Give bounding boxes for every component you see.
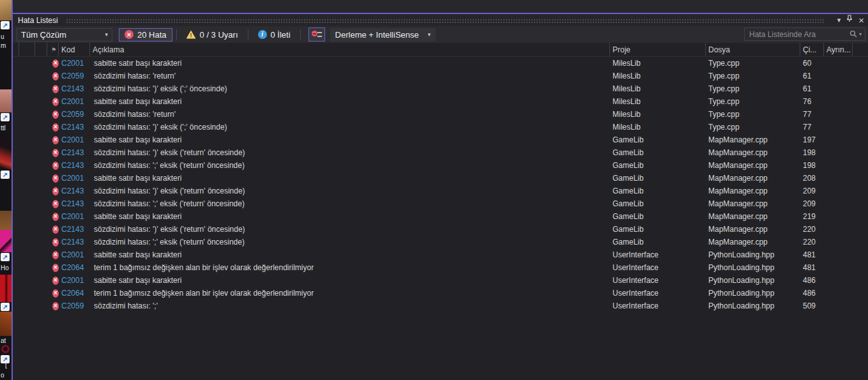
error-project: MilesLib bbox=[610, 72, 706, 80]
error-description: sözdizimi hatası: 'return' bbox=[90, 110, 610, 119]
error-icon: × bbox=[52, 302, 59, 310]
error-icon: × bbox=[52, 59, 59, 68]
table-row[interactable]: × C2143 sözdizimi hatası: ')' eksik ('re… bbox=[13, 185, 868, 197]
pin-icon[interactable] bbox=[846, 14, 853, 26]
table-row[interactable]: × C2001 sabitte satır başı karakteri Gam… bbox=[13, 133, 868, 146]
table-row[interactable]: × C2064 terim 1 bağımsız değişken alan b… bbox=[13, 261, 868, 274]
error-code-link[interactable]: C2059 bbox=[59, 110, 90, 119]
table-row[interactable]: × C2064 terim 1 bağımsız değişken alan b… bbox=[13, 287, 868, 300]
desktop-label-fragment: o bbox=[1, 372, 4, 379]
table-row[interactable]: × C2143 sözdizimi hatası: ')' eksik (';'… bbox=[13, 82, 868, 95]
table-row[interactable]: × C2001 sabitte satır başı karakteri Gam… bbox=[13, 210, 868, 223]
desktop-wallpaper-fragment bbox=[1, 345, 10, 353]
info-icon: i bbox=[258, 30, 267, 39]
error-code-link[interactable]: C2143 bbox=[59, 199, 90, 208]
error-code-link[interactable]: C2001 bbox=[59, 59, 90, 68]
table-row[interactable]: × C2143 sözdizimi hatası: ')' eksik ('re… bbox=[13, 223, 868, 236]
error-line: 60 bbox=[800, 59, 824, 68]
error-description: sözdizimi hatası: ')' eksik (';' öncesin… bbox=[90, 123, 610, 132]
error-description: sözdizimi hatası: ')' eksik (';' öncesin… bbox=[90, 84, 610, 93]
error-code-link[interactable]: C2001 bbox=[59, 97, 90, 106]
error-code-link[interactable]: C2001 bbox=[59, 250, 90, 259]
table-row[interactable]: × C2001 sabitte satır başı karakteri Gam… bbox=[13, 172, 868, 185]
error-code-link[interactable]: C2143 bbox=[59, 148, 90, 157]
error-project: GameLib bbox=[610, 225, 706, 234]
error-code-link[interactable]: C2143 bbox=[59, 238, 90, 247]
error-code-link[interactable]: C2001 bbox=[59, 135, 90, 144]
window-position-chevron-icon[interactable]: ▾ bbox=[837, 14, 841, 26]
table-row[interactable]: × C2059 sözdizimi hatası: 'return' Miles… bbox=[13, 108, 868, 121]
message-filter-icon-button[interactable] bbox=[308, 27, 325, 42]
errors-count-label: 20 Hata bbox=[137, 30, 167, 40]
desktop-wallpaper-fragment bbox=[0, 89, 11, 112]
table-row[interactable]: × C2143 sözdizimi hatası: ')' eksik ('re… bbox=[13, 146, 868, 159]
error-file: MapManager.cpp bbox=[706, 199, 800, 208]
table-row[interactable]: × C2001 sabitte satır başı karakteri Use… bbox=[13, 274, 868, 287]
errors-filter-button[interactable]: × 20 Hata bbox=[119, 28, 172, 42]
error-code-link[interactable]: C2059 bbox=[59, 72, 90, 80]
chevron-down-icon: ▾ bbox=[428, 31, 431, 38]
panel-titlebar[interactable]: Hata Listesi ▾ × bbox=[13, 14, 868, 26]
titlebar-drag-grip[interactable] bbox=[66, 19, 825, 24]
scope-dropdown[interactable]: Tüm Çözüm ▾ bbox=[17, 28, 112, 42]
project-column-header[interactable]: Proje bbox=[610, 43, 706, 56]
table-row[interactable]: × C2059 sözdizimi hatası: 'return' Miles… bbox=[13, 70, 868, 82]
severity-column-header[interactable]: ⚑ bbox=[47, 43, 59, 56]
build-intellisense-dropdown[interactable]: Derleme + IntelliSense ▾ bbox=[330, 28, 436, 42]
close-icon[interactable]: × bbox=[858, 15, 864, 26]
shortcut-arrow-icon: ↗ bbox=[1, 113, 10, 121]
table-row[interactable]: × C2143 sözdizimi hatası: ';' eksik ('re… bbox=[13, 236, 868, 248]
desktop-label-fragment: Ho bbox=[1, 264, 9, 271]
error-line: 509 bbox=[800, 301, 824, 310]
error-code-link[interactable]: C2143 bbox=[59, 161, 90, 170]
table-row[interactable]: × C2001 sabitte satır başı karakteri Use… bbox=[13, 248, 868, 261]
table-row[interactable]: × C2143 sözdizimi hatası: ';' eksik ('re… bbox=[13, 197, 868, 210]
filter-lines-icon bbox=[317, 32, 322, 33]
error-code-link[interactable]: C2143 bbox=[59, 123, 90, 132]
error-line: 76 bbox=[800, 97, 824, 106]
error-code-link[interactable]: C2143 bbox=[59, 186, 90, 195]
details-column-header[interactable]: Ayrın... bbox=[824, 43, 853, 56]
error-code-link[interactable]: C2001 bbox=[59, 276, 90, 285]
table-row[interactable]: × C2001 sabitte satır başı karakteri Mil… bbox=[13, 95, 868, 108]
error-code-link[interactable]: C2143 bbox=[59, 84, 90, 93]
code-column-header[interactable]: Kod bbox=[59, 43, 90, 56]
table-row[interactable]: × C2143 sözdizimi hatası: ';' eksik ('re… bbox=[13, 159, 868, 172]
error-icon: × bbox=[52, 213, 59, 221]
messages-count-label: 0 İleti bbox=[271, 30, 291, 40]
error-file: MapManager.cpp bbox=[706, 186, 800, 195]
error-project: MilesLib bbox=[610, 97, 706, 106]
error-icon: × bbox=[52, 277, 59, 285]
error-code-link[interactable]: C2001 bbox=[59, 174, 90, 183]
error-description: sözdizimi hatası: ';' eksik ('return' ön… bbox=[90, 199, 610, 208]
table-row[interactable]: × C2059 sözdizimi hatası: ';' UserInterf… bbox=[13, 300, 868, 312]
file-column-header[interactable]: Dosya bbox=[706, 43, 800, 56]
error-code-link[interactable]: C2064 bbox=[59, 289, 90, 298]
error-line: 219 bbox=[800, 212, 824, 221]
table-row[interactable]: × C2001 sabitte satır başı karakteri Mil… bbox=[13, 57, 868, 70]
line-column-header[interactable]: Çi... bbox=[800, 43, 824, 56]
error-icon: × bbox=[52, 149, 59, 157]
search-icon[interactable] bbox=[849, 29, 857, 40]
search-box[interactable]: ▾ bbox=[744, 27, 865, 41]
shortcut-arrow-icon: ↗ bbox=[1, 171, 10, 179]
grid-header-row: ⚑ Kod Açıklama Proje Dosya Çi... Ayrın..… bbox=[13, 43, 868, 57]
error-code-link[interactable]: C2001 bbox=[59, 212, 90, 221]
error-file: MapManager.cpp bbox=[706, 161, 800, 170]
error-code-link[interactable]: C2064 bbox=[59, 263, 90, 272]
warnings-filter-button[interactable]: ! 0 / 3 Uyarı bbox=[181, 28, 244, 42]
error-code-link[interactable]: C2059 bbox=[59, 301, 90, 310]
error-description: terim 1 bağımsız değişken alan bir işlev… bbox=[90, 263, 610, 272]
error-code-link[interactable]: C2143 bbox=[59, 225, 90, 234]
desktop-wallpaper-fragment bbox=[0, 211, 11, 230]
table-row[interactable]: × C2143 sözdizimi hatası: ')' eksik (';'… bbox=[13, 121, 868, 133]
desktop-label-fragment: m bbox=[1, 42, 6, 49]
search-input[interactable] bbox=[748, 29, 849, 40]
error-icon: × bbox=[52, 238, 59, 247]
error-description: sözdizimi hatası: ';' eksik ('return' ön… bbox=[90, 238, 610, 247]
error-file: MapManager.cpp bbox=[706, 212, 800, 221]
error-project: GameLib bbox=[610, 199, 706, 208]
messages-filter-button[interactable]: i 0 İleti bbox=[252, 28, 296, 42]
description-column-header[interactable]: Açıklama bbox=[90, 43, 610, 56]
panel-title: Hata Listesi bbox=[18, 16, 58, 25]
